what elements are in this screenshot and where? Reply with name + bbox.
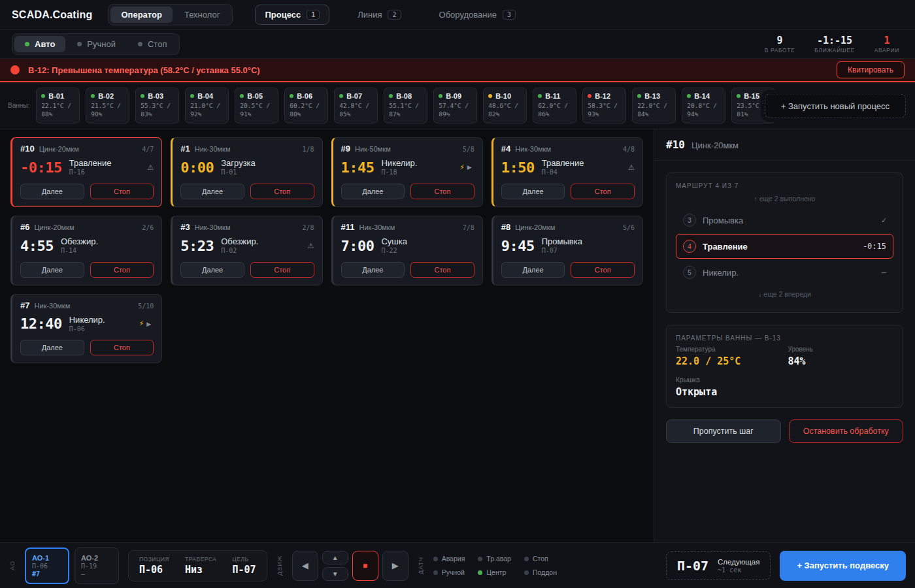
- bath-status-dot: [339, 94, 343, 98]
- next-step-button[interactable]: Далее: [20, 340, 84, 355]
- bath-card[interactable]: В-06 60.2°C / 80%: [284, 88, 328, 123]
- process-card[interactable]: #3 Ник-30мкм 2/8 5:23 Обезжир. П-02: [171, 216, 322, 286]
- process-card-body: 4:55 Обезжир. П-14: [20, 237, 154, 255]
- process-id: #9: [341, 144, 350, 154]
- bath-card[interactable]: В-11 62.0°C / 86%: [533, 88, 576, 123]
- stop-process-button[interactable]: Стоп: [571, 184, 635, 199]
- bath-status-dot: [588, 94, 591, 98]
- move-right-button[interactable]: ▶: [382, 551, 408, 581]
- bath-card[interactable]: В-13 22.0°C / 84%: [632, 88, 676, 123]
- bath-card[interactable]: В-14 20.8°C / 94%: [682, 88, 725, 123]
- tab[interactable]: Процесс 1: [255, 5, 329, 25]
- bath-card[interactable]: В-04 21.0°C / 92%: [185, 88, 229, 123]
- launch-rack-button[interactable]: + Запустить подвеску: [780, 551, 906, 581]
- route-step-number: 5: [683, 266, 696, 279]
- process-card[interactable]: #7 Ник-30мкм 5/10 12:40 Никелир. П-06 ⚡ …: [10, 294, 162, 364]
- mode-label: Авто: [35, 39, 55, 49]
- process-card[interactable]: #6 Цинк-20мкм 2/6 4:55 Обезжир. П-14: [10, 216, 162, 286]
- mode-bar: Авто Ручной Стоп 9 В РАБОТЕ -1:-15 БЛИЖА…: [0, 30, 915, 59]
- process-card-actions: Далее Стоп: [180, 262, 314, 278]
- role-option[interactable]: Оператор: [110, 7, 172, 23]
- move-down-button[interactable]: ▼: [322, 567, 348, 581]
- process-card-body: 7:00 Сушка П-22: [341, 237, 474, 255]
- tab-badge: 3: [503, 10, 516, 20]
- next-step-button[interactable]: Далее: [341, 262, 405, 278]
- bath-card[interactable]: В-12 58.3°C / 93%: [582, 88, 626, 123]
- hoist-card[interactable]: АО-2 П-19 —: [75, 547, 119, 584]
- mode-option[interactable]: Стоп: [127, 36, 177, 52]
- bath-param-label: Температура: [676, 346, 782, 353]
- process-card[interactable]: #11 Ник-30мкм 7/8 7:00 Сушка П-22: [331, 216, 483, 286]
- bath-card[interactable]: В-02 21.5°C / 90%: [86, 88, 129, 123]
- next-step-button[interactable]: Далее: [501, 262, 565, 278]
- next-step-button[interactable]: Далее: [20, 184, 84, 199]
- bath-card-header: В-08: [389, 92, 422, 100]
- process-coating-type: Ник-30мкм: [515, 145, 551, 153]
- next-step-button[interactable]: Далее: [180, 262, 244, 278]
- process-id: #7: [20, 301, 29, 310]
- stop-processing-button[interactable]: Остановить обработку: [789, 419, 904, 443]
- main-tabs: Процесс 1 Линия 2 Оборудование 3: [255, 5, 525, 25]
- process-id: #11: [341, 222, 355, 232]
- process-card[interactable]: #9 Ник-50мкм 5/8 1:45 Никелир. П-18 ⚡ ▶: [331, 137, 483, 207]
- stop-process-button[interactable]: Стоп: [250, 262, 314, 278]
- hoist-position: П-19: [81, 563, 112, 570]
- bath-card[interactable]: В-07 42.8°C / 85%: [334, 88, 378, 123]
- acknowledge-button[interactable]: Квитировать: [837, 61, 905, 78]
- bath-card[interactable]: В-08 55.1°C / 87%: [384, 88, 427, 123]
- hoist-position-item: ЦЕЛЬ П-07: [233, 556, 256, 576]
- move-stop-button[interactable]: ■: [352, 551, 378, 581]
- bath-name: В-01: [48, 92, 64, 100]
- process-card[interactable]: #4 Ник-30мкм 4/8 1:50 Травление П-04: [491, 137, 643, 207]
- bath-card[interactable]: В-10 48.6°C / 82%: [483, 88, 527, 123]
- sensor-label: Авария: [442, 555, 465, 563]
- stop-process-button[interactable]: Стоп: [90, 184, 154, 199]
- bath-card[interactable]: В-01 22.1°C / 88%: [36, 88, 80, 123]
- process-card-header: #10 Цинк-20мкм 4/7: [20, 144, 154, 154]
- process-card[interactable]: #1 Ник-30мкм 1/8 0:00 Загрузка П-01: [171, 137, 322, 207]
- bath-param-value: Открыта: [676, 386, 782, 398]
- mode-option[interactable]: Ручной: [67, 36, 126, 52]
- process-card[interactable]: #8 Цинк-20мкм 5/6 9:45 Промывка П-07: [491, 216, 643, 286]
- stop-process-button[interactable]: Стоп: [250, 184, 314, 199]
- tab[interactable]: Оборудование 3: [429, 5, 525, 25]
- role-option[interactable]: Технолог: [174, 7, 230, 23]
- move-up-button[interactable]: ▲: [322, 551, 348, 564]
- mode-option[interactable]: Авто: [14, 36, 65, 52]
- process-coating-type: Ник-30мкм: [195, 223, 231, 231]
- bath-param: Крышка Открыта: [676, 376, 782, 398]
- process-card-body: 1:45 Никелир. П-18 ⚡ ▶: [341, 158, 474, 177]
- sensors-group-label: ДАТЧ: [418, 557, 424, 574]
- route-step-name: Промывка: [703, 216, 743, 225]
- stop-process-button[interactable]: Стоп: [410, 184, 474, 199]
- bath-card[interactable]: В-09 57.4°C / 89%: [433, 88, 477, 123]
- next-step-button[interactable]: Далее: [180, 184, 244, 199]
- start-new-process-button[interactable]: + Запустить новый процесс: [765, 93, 906, 118]
- step-timer: 5:23: [180, 238, 214, 254]
- step-timer: 4:55: [20, 238, 54, 254]
- process-card-header: #6 Цинк-20мкм 2/6: [20, 222, 154, 232]
- process-id: #10: [20, 144, 35, 154]
- next-step-button[interactable]: Далее: [341, 184, 405, 199]
- process-coating-type: Ник-30мкм: [195, 145, 231, 153]
- alarm-banner: В-12: Превышена температура (58.2°C / ус…: [0, 59, 915, 82]
- hoist-card[interactable]: АО-1 П-06 #7: [25, 547, 69, 584]
- tab[interactable]: Линия 2: [348, 5, 410, 25]
- next-step-button[interactable]: Далее: [20, 262, 84, 278]
- bath-status-dot: [538, 94, 542, 98]
- move-left-button[interactable]: ◀: [292, 551, 318, 581]
- sensor-indicator: Центр: [478, 568, 511, 576]
- process-card[interactable]: #10 Цинк-20мкм 4/7 -0:15 Травление П-16: [10, 137, 162, 207]
- bath-card-header: В-05: [240, 92, 273, 100]
- bath-card[interactable]: В-05 20.5°C / 91%: [235, 88, 278, 123]
- stop-process-button[interactable]: Стоп: [90, 340, 154, 355]
- stop-process-button[interactable]: Стоп: [571, 262, 635, 278]
- process-card-header: #8 Цинк-20мкм 5/6: [501, 222, 635, 232]
- stat-label: В РАБОТЕ: [765, 47, 795, 54]
- stop-process-button[interactable]: Стоп: [410, 262, 474, 278]
- route-step-number: 3: [683, 214, 696, 227]
- stop-process-button[interactable]: Стоп: [90, 262, 154, 278]
- skip-step-button[interactable]: Пропустить шаг: [666, 419, 781, 443]
- bath-card[interactable]: В-03 55.3°C / 83%: [135, 88, 179, 123]
- next-step-button[interactable]: Далее: [501, 184, 565, 199]
